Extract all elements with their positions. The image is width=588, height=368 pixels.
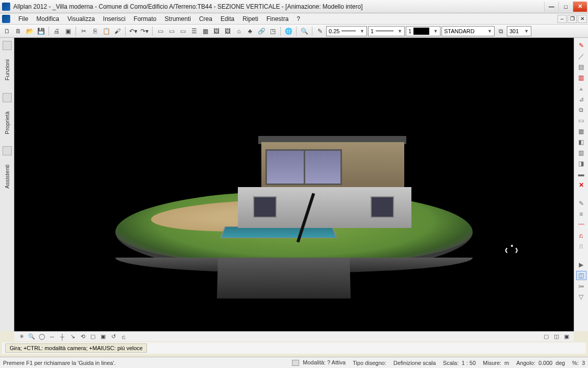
menu-formato[interactable]: Formato bbox=[130, 14, 161, 24]
menu-file[interactable]: File bbox=[14, 14, 32, 24]
vp-plus-icon[interactable]: ┼ bbox=[58, 333, 66, 341]
functions-tab[interactable]: Funzioni bbox=[3, 56, 11, 84]
vp-rotate-icon[interactable]: ⟲ bbox=[79, 333, 87, 341]
vp-right1-icon[interactable]: ▢ bbox=[542, 333, 550, 341]
copy-icon[interactable]: ⎘ bbox=[90, 26, 100, 36]
tool-box3-icon[interactable]: ◨ bbox=[576, 159, 586, 168]
tool-join-icon[interactable]: ⎍ bbox=[576, 242, 586, 251]
cut-icon[interactable]: ✂ bbox=[79, 26, 89, 36]
undo-icon[interactable]: ↶▾ bbox=[128, 26, 138, 36]
layer-combo[interactable]: STANDARD ▼ bbox=[442, 26, 495, 36]
zoom-icon[interactable]: 🔍 bbox=[299, 26, 309, 36]
print-icon[interactable]: 🖨 bbox=[52, 26, 62, 36]
print-preview-icon[interactable]: ▣ bbox=[63, 26, 73, 36]
format-paint-icon[interactable]: 🖌 bbox=[112, 26, 122, 36]
tool-lines-icon[interactable]: ≡ bbox=[576, 210, 586, 219]
mdi-minimize[interactable]: – bbox=[557, 15, 567, 23]
maximize-button[interactable]: □ bbox=[558, 2, 573, 12]
tool-split-icon[interactable]: ⎌ bbox=[576, 231, 586, 240]
tool-box-icon[interactable]: ◧ bbox=[576, 137, 586, 147]
menu-edita[interactable]: Edita bbox=[216, 14, 238, 24]
tool-hatch-icon[interactable]: ▤ bbox=[576, 62, 586, 72]
scale-field[interactable]: Scala: 1 : 50 bbox=[443, 360, 476, 366]
vp-right2-icon[interactable]: ◫ bbox=[552, 333, 560, 341]
img2-icon[interactable]: 🖼 bbox=[223, 26, 233, 36]
open-doc-icon[interactable]: 🗎 bbox=[13, 26, 23, 36]
dim2-icon[interactable]: ▭ bbox=[166, 26, 177, 36]
functions-tab-icon[interactable] bbox=[3, 41, 12, 50]
vp-arrow-icon[interactable]: ↘ bbox=[68, 333, 77, 341]
vp-zoom-icon[interactable]: 🔍 bbox=[28, 333, 36, 341]
menu-help[interactable]: ? bbox=[292, 14, 304, 24]
tool-hatch2-icon[interactable]: ▥ bbox=[576, 73, 586, 82]
img-icon[interactable]: 🖼 bbox=[211, 26, 222, 36]
close-button[interactable]: ✕ bbox=[573, 2, 587, 12]
scale-def[interactable]: Definizione scala bbox=[394, 360, 436, 366]
tool-copy-icon[interactable]: ⧉ bbox=[576, 105, 586, 114]
mdi-restore[interactable]: ❐ bbox=[568, 15, 577, 23]
assistants-tab-icon[interactable] bbox=[3, 146, 12, 155]
tool-mirror2-icon[interactable]: ⊿ bbox=[576, 95, 586, 104]
redo-icon[interactable]: ↷▾ bbox=[139, 26, 150, 36]
tool-box4-icon[interactable]: ▬ bbox=[576, 170, 586, 179]
tree-icon[interactable]: ♣ bbox=[245, 26, 255, 36]
tool-select-icon[interactable]: ▶ bbox=[576, 260, 586, 269]
line-weight-combo[interactable]: 0.25 ▼ bbox=[326, 26, 367, 36]
properties-tab[interactable]: Proprietà bbox=[3, 108, 11, 137]
layer-id-combo[interactable]: 301 ▼ bbox=[507, 26, 531, 36]
tool-rect-icon[interactable]: ▭ bbox=[576, 116, 586, 125]
dim3-icon[interactable]: ▭ bbox=[178, 26, 188, 36]
tool-edit-icon[interactable]: ✎ bbox=[576, 41, 586, 50]
new-doc-icon[interactable]: 🗋 bbox=[2, 26, 12, 36]
vp-view2-icon[interactable]: ▣ bbox=[99, 333, 107, 341]
menu-inserisci[interactable]: Inserisci bbox=[99, 14, 130, 24]
vp-pan-icon[interactable]: ◯ bbox=[38, 333, 46, 341]
open-folder-icon[interactable]: 📂 bbox=[24, 26, 35, 36]
table-icon[interactable]: ▦ bbox=[200, 26, 210, 36]
dim-icon[interactable]: ▭ bbox=[155, 26, 165, 36]
tool-box2-icon[interactable]: ▥ bbox=[576, 148, 586, 157]
menu-crea[interactable]: Crea bbox=[195, 14, 216, 24]
vp-right3-icon[interactable]: ▣ bbox=[562, 333, 571, 341]
menu-finestra[interactable]: Finestra bbox=[262, 14, 292, 24]
minimize-button[interactable]: — bbox=[544, 2, 558, 12]
menu-modifica[interactable]: Modifica bbox=[32, 14, 63, 24]
doc-icon[interactable] bbox=[2, 15, 10, 23]
link-icon[interactable]: 🔗 bbox=[256, 26, 266, 36]
list-icon[interactable]: ☰ bbox=[189, 26, 199, 36]
drawing-type-field[interactable]: Tipo disegno: bbox=[353, 360, 386, 366]
vp-undo-icon[interactable]: ⎌ bbox=[119, 333, 128, 341]
layer-icon[interactable]: ⧉ bbox=[496, 26, 506, 36]
pen-combo[interactable]: 1 ▼ bbox=[406, 26, 440, 36]
tool-options-icon[interactable]: ≔ bbox=[576, 282, 586, 291]
tool-delete-icon[interactable]: ✕ bbox=[576, 180, 586, 190]
save-icon[interactable]: 💾 bbox=[36, 26, 46, 36]
mode-field[interactable]: Modalità: ? Attiva bbox=[292, 359, 346, 366]
tool-grid-icon[interactable]: ▦ bbox=[576, 127, 586, 136]
assistants-tab[interactable]: Assistenti bbox=[3, 162, 11, 192]
vp-refresh-icon[interactable]: ↺ bbox=[109, 333, 117, 341]
tool-wave-icon[interactable]: 〰 bbox=[576, 220, 586, 229]
globe-icon[interactable]: 🌐 bbox=[283, 26, 293, 36]
angle-field[interactable]: Angolo: 0.000 deg bbox=[516, 360, 565, 366]
animation-viewport[interactable] bbox=[14, 38, 574, 331]
properties-tab-icon[interactable] bbox=[3, 93, 12, 102]
vp-snap-icon[interactable]: ✳ bbox=[17, 333, 26, 341]
house-icon[interactable]: ⌂ bbox=[234, 26, 244, 36]
vp-cross-icon[interactable]: ─ bbox=[48, 333, 56, 341]
paste-icon[interactable]: 📋 bbox=[101, 26, 111, 36]
menu-ripeti[interactable]: Ripeti bbox=[238, 14, 262, 24]
line-type-combo[interactable]: 1 ▼ bbox=[368, 26, 405, 36]
tool-mirror-icon[interactable]: ⟁ bbox=[576, 84, 586, 93]
vp-view-icon[interactable]: ▢ bbox=[89, 333, 97, 341]
pen-icon[interactable]: ✎ bbox=[315, 26, 325, 36]
tool-line-icon[interactable]: ／ bbox=[576, 52, 586, 61]
tool-pen2-icon[interactable]: ✎ bbox=[576, 199, 586, 208]
menu-strumenti[interactable]: Strumenti bbox=[161, 14, 195, 24]
menu-visualizza[interactable]: Visualizza bbox=[63, 14, 99, 24]
tool-active-icon[interactable]: ◫ bbox=[576, 271, 586, 280]
units-field[interactable]: Misure: m bbox=[483, 360, 509, 366]
cube-icon[interactable]: ◳ bbox=[267, 26, 278, 36]
pct-field[interactable]: %: 3 bbox=[572, 360, 585, 366]
mdi-close[interactable]: ✕ bbox=[578, 15, 587, 23]
